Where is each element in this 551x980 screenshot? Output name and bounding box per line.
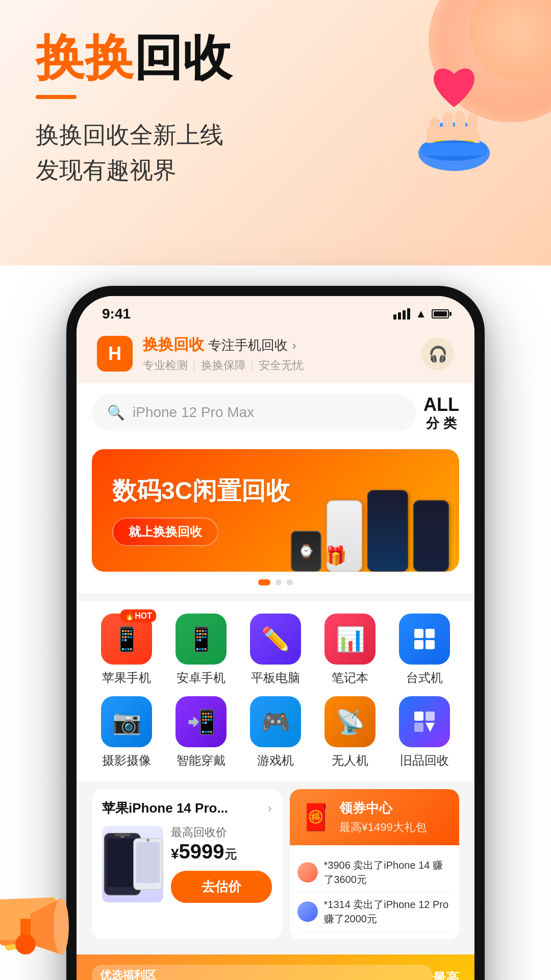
app-header: H 换换回收 专注手机回收 › 专业检测 | 换换保障 | 安全无忧	[77, 327, 474, 383]
deco-left	[0, 873, 82, 975]
hero-title-black: 回收	[134, 30, 232, 85]
svg-point-30	[146, 839, 149, 842]
desktop-icon	[399, 614, 450, 665]
product-card: 苹果iPhone 14 Pro... ›	[92, 789, 282, 939]
wifi-icon: ▲	[415, 307, 427, 321]
bottom-banner-right: 最高 抢	[433, 969, 459, 980]
activity-item-1: *3906 卖出了iPhone 14 赚了3600元	[297, 853, 452, 892]
camera-icon: 📷	[101, 696, 152, 747]
banner-dots	[92, 579, 459, 585]
product-price: ¥5999元	[171, 840, 272, 863]
coupon-icon: 🧧	[300, 802, 332, 832]
coupon-info: 领券中心 最高¥1499大礼包	[339, 799, 427, 835]
svg-point-14	[54, 898, 69, 954]
laptop-label: 笔记本	[332, 670, 368, 686]
all-categories-button[interactable]: ALL 分 类	[423, 394, 459, 431]
recycle-icon	[399, 696, 450, 747]
phone-mockup: 9:41 ▲ H	[66, 286, 485, 980]
apple-label: 苹果手机	[102, 670, 151, 686]
search-icon: 🔍	[107, 404, 125, 421]
banner-button[interactable]: 就上换换回收	[112, 518, 218, 546]
category-recycle[interactable]: 旧品回收	[390, 696, 459, 769]
svg-rect-27	[115, 834, 130, 836]
category-tablet[interactable]: ✏️ 平板电脑	[241, 614, 310, 686]
android-label: 安卓手机	[177, 670, 226, 686]
search-section: 🔍 iPhone 12 Pro Max ALL 分 类	[77, 383, 474, 442]
banner[interactable]: 数码3C闲置回收 就上换换回收 ⌚ 🎁	[92, 449, 459, 572]
category-laptop[interactable]: 📊 笔记本	[315, 614, 385, 686]
app-header-subtitle: 专业检测 | 换换保障 | 安全无忧	[143, 358, 421, 373]
signal-icon	[393, 308, 410, 320]
category-android[interactable]: 📱 安卓手机	[166, 614, 236, 686]
price-label: 最高回收价	[171, 825, 272, 840]
app-header-title: 换换回收 专注手机回收 ›	[143, 334, 421, 355]
category-wearable[interactable]: 📲 智能穿戴	[166, 696, 236, 769]
svg-rect-20	[414, 712, 423, 721]
desktop-label: 台式机	[406, 670, 443, 686]
bottom-banner[interactable]: 优选福利区 疯狂采购季 最高 抢	[77, 954, 474, 980]
product-row: 最高回收价 ¥5999元 去估价	[102, 825, 272, 903]
categories-section: 📱 🔥HOT 苹果手机 📱 安卓手机 ✏️ 平板电脑 📊	[77, 601, 474, 781]
product-arrow[interactable]: ›	[268, 802, 271, 815]
svg-marker-23	[425, 723, 435, 732]
tablet-label: 平板电脑	[251, 670, 300, 686]
avatar-1	[297, 862, 318, 883]
category-apple[interactable]: 📱 🔥HOT 苹果手机	[92, 614, 161, 686]
wearable-icon: 📲	[176, 696, 227, 747]
svg-rect-22	[414, 723, 423, 732]
dot-2[interactable]	[276, 579, 282, 585]
recycle-label: 旧品回收	[400, 752, 449, 769]
dot-1[interactable]	[258, 579, 270, 585]
service-icon[interactable]: 🎧	[421, 337, 454, 370]
wearable-label: 智能穿戴	[177, 752, 226, 769]
camera-label: 摄影摄像	[102, 752, 151, 769]
product-title: 苹果iPhone 14 Pro...	[102, 799, 228, 817]
tablet-icon: ✏️	[250, 614, 301, 665]
svg-rect-19	[425, 640, 435, 649]
svg-rect-29	[136, 842, 160, 883]
coupon-desc: 最高¥1499大礼包	[339, 820, 427, 835]
status-time: 9:41	[102, 306, 131, 322]
drone-icon: 📡	[324, 696, 375, 747]
apple-icon: 📱 🔥HOT	[101, 614, 152, 665]
activity-list: *3906 卖出了iPhone 14 赚了3600元 *1314 卖出了iPho…	[290, 845, 460, 939]
category-desktop[interactable]: 台式机	[390, 614, 459, 686]
hero-divider	[36, 95, 77, 99]
drone-label: 无人机	[332, 752, 368, 769]
search-bar[interactable]: 🔍 iPhone 12 Pro Max	[92, 394, 416, 431]
svg-point-15	[15, 934, 36, 954]
bottom-cards: 苹果iPhone 14 Pro... ›	[77, 781, 474, 947]
bottom-banner-content: 优选福利区 疯狂采购季	[92, 965, 433, 980]
svg-rect-17	[425, 629, 435, 638]
category-camera[interactable]: 📷 摄影摄像	[92, 696, 161, 769]
coupon-title: 领券中心	[339, 799, 427, 817]
svg-rect-16	[414, 629, 423, 638]
product-card-header: 苹果iPhone 14 Pro... ›	[102, 799, 272, 817]
game-label: 游戏机	[257, 752, 294, 769]
game-icon: 🎮	[250, 696, 301, 747]
category-game[interactable]: 🎮 游戏机	[241, 696, 310, 769]
phone-inner: 9:41 ▲ H	[77, 296, 474, 980]
hero-title-orange: 换换	[36, 30, 134, 85]
status-icons: ▲	[393, 307, 449, 321]
app-header-text: 换换回收 专注手机回收 › 专业检测 | 换换保障 | 安全无忧	[133, 334, 421, 373]
laptop-icon: 📊	[324, 614, 375, 665]
coupon-top[interactable]: 🧧 领券中心 最高¥1499大礼包	[290, 789, 460, 845]
svg-rect-10	[421, 143, 487, 156]
hero-section: 换换回收 换换回收全新上线 发现有趣视界	[0, 0, 551, 265]
banner-section: 数码3C闲置回收 就上换换回收 ⌚ 🎁	[77, 442, 474, 593]
phone-section: 9:41 ▲ H	[0, 265, 551, 980]
product-image	[102, 826, 163, 902]
android-icon: 📱	[176, 614, 227, 665]
product-info: 最高回收价 ¥5999元 去估价	[171, 825, 272, 903]
estimate-button[interactable]: 去估价	[171, 871, 272, 903]
battery-icon	[432, 309, 449, 318]
svg-rect-18	[414, 640, 423, 649]
category-drone[interactable]: 📡 无人机	[315, 696, 385, 769]
activity-text-1: *3906 卖出了iPhone 14 赚了3600元	[324, 858, 452, 887]
svg-rect-21	[425, 712, 435, 721]
search-placeholder: iPhone 12 Pro Max	[133, 404, 254, 421]
activity-text-2: *1314 卖出了iPhone 12 Pro 赚了2000元	[324, 897, 452, 926]
dot-3[interactable]	[287, 579, 293, 585]
app-logo: H	[97, 336, 133, 372]
